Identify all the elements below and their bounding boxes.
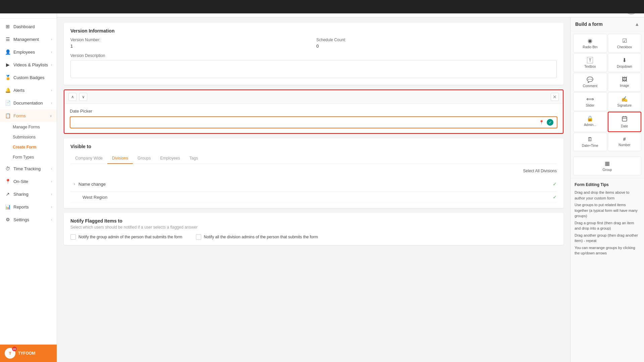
radio-btn-icon: ◉ xyxy=(588,38,592,44)
tab-divisions[interactable]: Divisions xyxy=(107,153,133,164)
chevron-right-icon: › xyxy=(51,167,52,171)
sidebar-item-time-tracking[interactable]: ⏱ Time Tracking › xyxy=(0,162,57,175)
move-up-button[interactable]: ∧ xyxy=(68,93,76,101)
sharing-icon: ↗ xyxy=(5,191,11,197)
version-desc-label: Version Description xyxy=(70,53,557,58)
forms-icon: 📋 xyxy=(5,113,11,119)
sidebar: ✦ YOUR LOGO HERE ⊞ Dashboard ☰ Managemen… xyxy=(0,0,57,362)
builder-item-image[interactable]: 🖼 Image xyxy=(608,73,642,92)
videos-icon: ▶ xyxy=(5,62,11,68)
panel-minimize-button[interactable]: ▲ xyxy=(635,21,639,27)
submissions-label: Submissions xyxy=(13,135,36,139)
builder-item-checkbox[interactable]: ☑ Checkbox xyxy=(608,34,642,53)
sidebar-item-label: Documentation xyxy=(13,101,51,106)
sidebar-item-forms[interactable]: 📋 Forms ∨ xyxy=(0,109,57,122)
sub-division-name: West Region xyxy=(83,195,553,200)
panel-header: Build a form ▲ xyxy=(571,17,644,31)
builder-item-label: Comment xyxy=(583,84,597,88)
question-editor-card: ∧ ∨ ✕ Date Picker 📍 ✓ xyxy=(64,89,564,134)
select-all-divisions-button[interactable]: Select All Divisions xyxy=(523,169,557,173)
tab-groups[interactable]: Groups xyxy=(133,153,155,164)
sidebar-item-submissions[interactable]: Submissions xyxy=(0,132,57,142)
move-down-button[interactable]: ∨ xyxy=(79,93,87,101)
tab-employees[interactable]: Employees xyxy=(155,153,184,164)
toolbar-right: ✕ xyxy=(551,93,559,101)
sidebar-item-sharing[interactable]: ↗ Sharing › xyxy=(0,188,57,200)
sidebar-item-label: Employees xyxy=(13,50,51,55)
question-toolbar: ∧ ∨ ✕ xyxy=(64,90,563,104)
toolbar-arrows: ∧ ∨ xyxy=(68,93,87,101)
signature-icon: ✍ xyxy=(621,96,628,102)
visible-to-title: Visible to xyxy=(70,144,557,149)
builder-item-number[interactable]: # Number xyxy=(608,133,642,151)
builder-item-label: Radio Btn xyxy=(583,45,597,49)
chevron-right-icon: › xyxy=(51,88,52,92)
comment-icon: 💬 xyxy=(587,76,593,83)
red-arrow-annotation xyxy=(568,73,570,107)
builder-item-radio-btn[interactable]: ◉ Radio Btn xyxy=(573,34,607,53)
sidebar-item-manage-forms[interactable]: Manage Forms xyxy=(0,122,57,132)
sidebar-item-on-site[interactable]: 📍 On-Site › xyxy=(0,175,57,188)
sidebar-item-label: Dashboard xyxy=(13,24,52,29)
alerts-icon: 🔔 xyxy=(5,87,11,93)
sidebar-bottom-bar[interactable]: T 20 TYFOOM xyxy=(0,345,57,362)
sub-division-item: West Region ✓ xyxy=(70,192,557,203)
version-info-card: Version Information Version Number: 1 Sc… xyxy=(64,23,564,85)
sidebar-item-settings[interactable]: ⚙ Settings › xyxy=(0,213,57,226)
panel-title: Build a form xyxy=(575,21,635,27)
checkbox-division-admins[interactable] xyxy=(196,234,201,240)
sidebar-navigation: ⊞ Dashboard ☰ Management › 👤 Employees ›… xyxy=(0,19,57,345)
version-description-input[interactable] xyxy=(70,60,557,78)
builder-item-label: Checkbox xyxy=(617,45,632,49)
schedule-count-label: Schedule Count: xyxy=(316,38,557,42)
number-icon: # xyxy=(623,136,626,142)
on-site-icon: 📍 xyxy=(5,178,11,184)
form-content-area: Version Information Version Number: 1 Sc… xyxy=(57,17,570,362)
sidebar-item-documentation[interactable]: 📄 Documentation › xyxy=(0,97,57,109)
date-picker-label: Date Picker xyxy=(70,109,557,114)
builder-item-admin[interactable]: 🔒 Admin... xyxy=(573,112,607,132)
version-number-value: 1 xyxy=(70,44,311,49)
management-icon: ☰ xyxy=(5,36,11,42)
top-bar xyxy=(0,0,644,13)
notify-options-row: Notify the group admin of the person tha… xyxy=(70,234,557,240)
division-expand-button[interactable]: › xyxy=(70,180,78,188)
builder-item-date-time[interactable]: 🗓 Date+Time xyxy=(573,133,607,151)
sidebar-item-dashboard[interactable]: ⊞ Dashboard xyxy=(0,20,57,33)
sidebar-item-videos[interactable]: ▶ Videos & Playlists › xyxy=(0,58,57,71)
settings-icon: ⚙ xyxy=(5,217,11,223)
notify-title: Notify Flagged Items to xyxy=(70,218,557,224)
checkbox-group-admin[interactable] xyxy=(70,234,76,240)
version-info-title: Version Information xyxy=(70,28,557,34)
notification-badge: 20 xyxy=(12,347,17,351)
confirm-icon[interactable]: ✓ xyxy=(547,119,553,126)
sidebar-item-label: Sharing xyxy=(13,192,51,197)
sidebar-item-alerts[interactable]: 🔔 Alerts › xyxy=(0,84,57,97)
date-picker-input[interactable] xyxy=(74,120,538,125)
tab-tags[interactable]: Tags xyxy=(185,153,203,164)
select-all-row: Select All Divisions xyxy=(70,169,557,173)
delete-question-button[interactable]: ✕ xyxy=(551,93,559,101)
tab-company-wide[interactable]: Company Wide xyxy=(70,153,107,164)
sidebar-item-label: On-Site xyxy=(13,179,51,184)
version-number-field: Version Number: 1 xyxy=(70,38,311,49)
pin-icon[interactable]: 📍 xyxy=(538,119,545,126)
tips-title: Form Editing Tips xyxy=(575,182,640,187)
builder-item-textbox[interactable]: T Textbox xyxy=(573,53,607,72)
sidebar-item-reports[interactable]: 📊 Reports › xyxy=(0,200,57,213)
image-icon: 🖼 xyxy=(622,76,627,82)
sidebar-item-management[interactable]: ☰ Management › xyxy=(0,33,57,46)
sidebar-item-create-form[interactable]: Create Form xyxy=(0,142,57,152)
admin-icon: 🔒 xyxy=(587,115,593,122)
sidebar-item-employees[interactable]: 👤 Employees › xyxy=(0,46,57,58)
builder-item-date[interactable]: Date xyxy=(608,112,642,132)
builder-item-group[interactable]: ▦ Group xyxy=(573,157,641,175)
sidebar-item-label: Forms xyxy=(13,113,50,118)
builder-item-comment[interactable]: 💬 Comment xyxy=(573,73,607,92)
sidebar-item-form-types[interactable]: Form Types xyxy=(0,152,57,162)
version-grid: Version Number: 1 Schedule Count: 0 xyxy=(70,38,557,49)
builder-item-dropdown[interactable]: ⬇ Dropdown xyxy=(608,53,642,72)
builder-item-signature[interactable]: ✍ Signature xyxy=(608,92,642,111)
sidebar-item-custom-badges[interactable]: 🏅 Custom Badges xyxy=(0,71,57,84)
builder-item-slider[interactable]: ⟺ Slider xyxy=(573,92,607,111)
